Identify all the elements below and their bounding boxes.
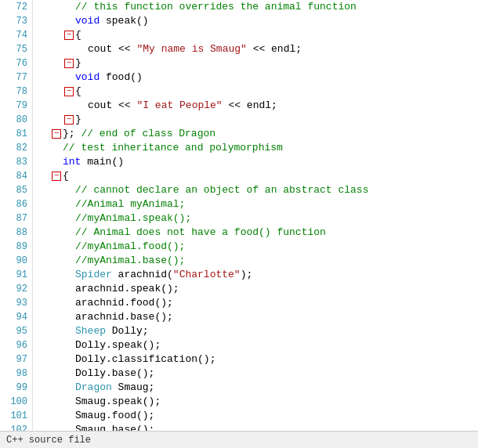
- line-number: 94: [3, 310, 27, 324]
- code-token: };: [63, 127, 75, 141]
- code-token: arachnid.base();: [75, 310, 173, 324]
- code-token: Smaug.speak();: [75, 395, 161, 409]
- code-line: Dolly.speak();: [39, 338, 478, 352]
- line-number: 91: [3, 268, 27, 282]
- code-line: Dragon Smaug;: [39, 381, 478, 395]
- line-number: 101: [3, 409, 27, 423]
- code-token: Spider: [75, 268, 112, 282]
- code-token: }: [75, 56, 81, 70]
- code-line: //myAnimal.speak();: [39, 211, 478, 226]
- code-token: //myAnimal.speak();: [75, 211, 191, 226]
- code-token: Dolly;: [106, 324, 149, 338]
- code-token: Dolly.base();: [75, 367, 154, 381]
- code-token: //myAnimal.food();: [75, 240, 185, 254]
- code-token: "My name is Smaug": [136, 42, 246, 56]
- code-token: // this function overrides the animal fu…: [75, 0, 357, 14]
- code-line: //Animal myAnimal;: [39, 197, 478, 211]
- code-token: speak(): [100, 14, 148, 28]
- code-line: Sheep Dolly;: [39, 324, 478, 338]
- line-number: 79: [3, 99, 27, 113]
- line-number: 78: [3, 85, 27, 99]
- code-token: //Animal myAnimal;: [75, 197, 185, 211]
- code-token: Sheep: [75, 324, 106, 338]
- code-line: // cannot declare an object of an abstra…: [39, 183, 478, 197]
- code-line: cout << "I eat People" << endl;: [39, 99, 478, 113]
- code-line: Smaug.speak();: [39, 395, 478, 409]
- code-token: {: [75, 85, 81, 99]
- code-line: void speak(): [39, 14, 478, 28]
- code-token: arachnid(: [112, 268, 173, 282]
- code-token: // end of class Dragon: [81, 127, 215, 141]
- code-token: "I eat People": [136, 99, 222, 113]
- line-number: 95: [3, 324, 27, 338]
- status-bar: C++ source file: [0, 431, 478, 448]
- code-line: //myAnimal.food();: [39, 240, 478, 254]
- code-line: arachnid.speak();: [39, 282, 478, 296]
- code-line: −{: [39, 169, 478, 183]
- line-number: 86: [3, 197, 27, 211]
- line-number: 88: [3, 226, 27, 240]
- code-line: cout << "My name is Smaug" << endl;: [39, 42, 478, 56]
- code-token: [75, 127, 81, 141]
- code-token: // Animal does not have a food() functio…: [75, 226, 326, 240]
- code-line: −{: [39, 28, 478, 42]
- collapse-close-icon[interactable]: −: [64, 115, 74, 125]
- code-container: 7273747576777879808182838485868788899091…: [0, 0, 478, 431]
- code-line: Smaug.food();: [39, 409, 478, 423]
- line-number: 97: [3, 352, 27, 367]
- code-token: {: [63, 169, 69, 183]
- line-number: 92: [3, 282, 27, 296]
- code-token: food(): [100, 70, 143, 85]
- code-line: −}: [39, 56, 478, 70]
- code-line: arachnid.food();: [39, 296, 478, 310]
- collapse-close-icon[interactable]: −: [52, 129, 61, 139]
- code-line: Smaug.base();: [39, 423, 478, 431]
- code-line: arachnid.base();: [39, 310, 478, 324]
- line-number: 76: [3, 56, 27, 70]
- line-number: 77: [3, 70, 27, 85]
- code-token: Dolly.speak();: [75, 338, 161, 352]
- line-numbers: 7273747576777879808182838485868788899091…: [0, 0, 33, 431]
- code-token: Smaug.food();: [75, 409, 154, 423]
- code-line: // this function overrides the animal fu…: [39, 0, 478, 14]
- code-token: //myAnimal.base();: [75, 254, 185, 268]
- code-token: Smaug;: [112, 381, 155, 395]
- code-line: // Animal does not have a food() functio…: [39, 226, 478, 240]
- code-token: main(): [81, 155, 124, 169]
- line-number: 82: [3, 141, 27, 155]
- line-number: 100: [3, 395, 27, 409]
- line-number: 93: [3, 296, 27, 310]
- line-number: 98: [3, 367, 27, 381]
- editor-area: 7273747576777879808182838485868788899091…: [0, 0, 478, 431]
- line-number: 87: [3, 211, 27, 226]
- collapse-open-icon[interactable]: −: [64, 31, 74, 40]
- line-number: 74: [3, 28, 27, 42]
- collapse-open-icon[interactable]: −: [64, 87, 74, 96]
- line-number: 73: [3, 14, 27, 28]
- code-line: −}; // end of class Dragon: [39, 127, 478, 141]
- code-lines: // this function overrides the animal fu…: [33, 0, 478, 431]
- line-number: 83: [3, 155, 27, 169]
- code-token: << endl;: [223, 99, 277, 113]
- code-token: void: [75, 70, 100, 85]
- code-line: Spider arachnid("Charlotte");: [39, 268, 478, 282]
- collapse-close-icon[interactable]: −: [64, 59, 74, 68]
- code-line: Dolly.classification();: [39, 352, 478, 367]
- code-token: arachnid.speak();: [75, 282, 179, 296]
- line-number: 85: [3, 183, 27, 197]
- collapse-open-icon[interactable]: −: [52, 172, 61, 181]
- code-token: cout <<: [88, 42, 136, 56]
- code-line: // test inheritance and polymorphism: [39, 141, 478, 155]
- line-number: 75: [3, 42, 27, 56]
- line-number: 84: [3, 169, 27, 183]
- code-token: int: [63, 155, 81, 169]
- line-number: 99: [3, 381, 27, 395]
- line-number: 80: [3, 113, 27, 127]
- file-type-label: C++ source file: [6, 435, 91, 446]
- code-token: {: [75, 28, 81, 42]
- code-token: Dolly.classification();: [75, 352, 215, 367]
- code-line: int main(): [39, 155, 478, 169]
- line-number: 90: [3, 254, 27, 268]
- code-line: void food(): [39, 70, 478, 85]
- code-token: cout <<: [88, 99, 136, 113]
